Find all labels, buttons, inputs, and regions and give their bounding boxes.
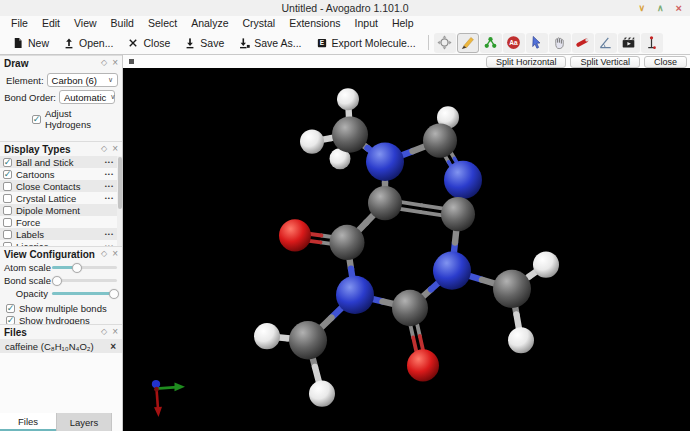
scrollbar-thumb[interactable] xyxy=(118,157,122,209)
float-panel-icon[interactable]: ◇ xyxy=(101,249,107,259)
slider-knob[interactable] xyxy=(52,276,62,286)
split-vertical-button[interactable]: Split Vertical xyxy=(570,56,640,68)
maximize-button[interactable]: ∧ xyxy=(657,0,664,16)
display-type-row[interactable]: Close Contacts••• xyxy=(0,180,122,192)
bond-centric-tool[interactable] xyxy=(572,33,594,53)
navigate-tool[interactable] xyxy=(434,33,456,53)
display-type-row[interactable]: ✓Ball and Stick••• xyxy=(0,156,122,168)
menu-extensions[interactable]: Extensions xyxy=(282,16,347,31)
slider-knob[interactable] xyxy=(109,289,119,299)
draw-tool[interactable] xyxy=(457,33,479,53)
display-type-row[interactable]: ✓Cartoons••• xyxy=(0,168,122,180)
atom-c[interactable] xyxy=(441,197,475,231)
atom-n[interactable] xyxy=(444,161,482,199)
atom-c[interactable] xyxy=(368,186,402,220)
checkbox[interactable] xyxy=(3,242,12,247)
display-type-row[interactable]: Crystal Lattice••• xyxy=(0,192,122,204)
close-panel-icon[interactable]: × xyxy=(112,58,118,68)
slider-knob[interactable] xyxy=(72,263,82,273)
close-panel-icon[interactable]: × xyxy=(112,144,118,154)
close-panel-icon[interactable]: × xyxy=(112,249,118,259)
slider-track[interactable] xyxy=(52,262,117,273)
menu-help[interactable]: Help xyxy=(385,16,421,31)
atom-h[interactable] xyxy=(337,88,359,110)
save-button[interactable]: Save xyxy=(177,35,231,51)
checkbox[interactable]: ✓ xyxy=(6,304,15,313)
remove-file-icon[interactable]: × xyxy=(110,341,116,352)
options-menu-icon[interactable]: ••• xyxy=(105,183,114,189)
options-menu-icon[interactable]: ••• xyxy=(105,243,114,246)
atom-o[interactable] xyxy=(407,349,439,381)
save-as-button[interactable]: Save As... xyxy=(231,35,308,51)
options-menu-icon[interactable]: ••• xyxy=(105,231,114,237)
view-config-checkbox[interactable]: ✓Show hydrogens xyxy=(6,314,122,324)
menu-file[interactable]: File xyxy=(4,16,35,31)
checkbox[interactable]: ✓ xyxy=(32,115,41,124)
animation-tool[interactable] xyxy=(618,33,640,53)
atom-h[interactable] xyxy=(309,381,335,407)
atom-c[interactable] xyxy=(392,290,428,326)
atom-o[interactable] xyxy=(279,219,311,251)
checkbox[interactable] xyxy=(3,230,12,239)
checkbox[interactable]: ✓ xyxy=(3,158,12,167)
tab-layers[interactable]: Layers xyxy=(56,413,112,431)
export-button[interactable]: EExport Molecule... xyxy=(309,35,423,51)
open-button[interactable]: Open... xyxy=(56,35,120,51)
float-panel-icon[interactable]: ◇ xyxy=(101,58,107,68)
title-bar[interactable]: Untitled - Avogadro 1.101.0 ∨∧× xyxy=(0,0,690,16)
align-tool[interactable] xyxy=(641,33,663,53)
menu-input[interactable]: Input xyxy=(348,16,385,31)
slider-track[interactable] xyxy=(52,275,117,286)
selection-tool[interactable] xyxy=(526,33,548,53)
manipulate-tool[interactable] xyxy=(549,33,571,53)
display-type-row[interactable]: Licorice••• xyxy=(0,240,122,246)
atom-n[interactable] xyxy=(366,143,404,181)
slider-track[interactable] xyxy=(52,288,117,299)
checkbox[interactable] xyxy=(3,218,12,227)
checkbox[interactable] xyxy=(3,182,12,191)
atom-h[interactable] xyxy=(254,323,280,349)
menu-edit[interactable]: Edit xyxy=(35,16,67,31)
view-config-checkbox[interactable]: ✓Show multiple bonds xyxy=(6,302,122,314)
float-panel-icon[interactable]: ◇ xyxy=(101,327,107,337)
split-horizontal-button[interactable]: Split Horizontal xyxy=(486,56,567,68)
atom-h[interactable] xyxy=(533,252,559,278)
menu-select[interactable]: Select xyxy=(141,16,184,31)
file-list-item[interactable]: caffeine (C₈H₁₀N₄O₂)× xyxy=(0,339,122,353)
atom-c[interactable] xyxy=(332,116,368,152)
render-canvas[interactable] xyxy=(123,68,690,431)
checkbox[interactable]: ✓ xyxy=(6,316,15,325)
close-panel-icon[interactable]: × xyxy=(112,327,118,337)
template-tool[interactable] xyxy=(480,33,502,53)
close-button[interactable]: × xyxy=(676,0,682,16)
display-type-row[interactable]: Labels••• xyxy=(0,228,122,240)
tab-files[interactable]: Files xyxy=(0,413,56,431)
atom-n[interactable] xyxy=(433,252,471,290)
atom-h[interactable] xyxy=(508,327,534,353)
label-tool[interactable]: Aa xyxy=(503,33,525,53)
minimize-button[interactable]: ∨ xyxy=(638,0,645,16)
measure-tool[interactable] xyxy=(595,33,617,53)
menu-analyze[interactable]: Analyze xyxy=(184,16,235,31)
options-menu-icon[interactable]: ••• xyxy=(105,195,114,201)
menu-crystal[interactable]: Crystal xyxy=(236,16,283,31)
scrollbar[interactable] xyxy=(117,156,122,246)
display-type-row[interactable]: Dipole Moment xyxy=(0,204,122,216)
checkbox[interactable]: ✓ xyxy=(3,170,12,179)
checkbox[interactable] xyxy=(3,206,12,215)
atom-c[interactable] xyxy=(423,123,457,157)
new-button[interactable]: New xyxy=(5,35,56,51)
menu-build[interactable]: Build xyxy=(104,16,141,31)
close-button[interactable]: Close xyxy=(644,56,687,68)
menu-view[interactable]: View xyxy=(67,16,104,31)
close-button[interactable]: Close xyxy=(120,35,177,51)
atom-h[interactable] xyxy=(300,130,324,154)
float-panel-icon[interactable]: ◇ xyxy=(101,144,107,154)
atom-c[interactable] xyxy=(289,321,327,359)
options-menu-icon[interactable]: ••• xyxy=(105,159,114,165)
element-select[interactable]: Carbon (6) ∨ xyxy=(47,73,118,87)
adjust-hydrogens-checkbox[interactable]: ✓Adjust Hydrogens xyxy=(32,108,118,130)
display-type-row[interactable]: Force xyxy=(0,216,122,228)
atom-n[interactable] xyxy=(336,276,374,314)
options-menu-icon[interactable]: ••• xyxy=(105,171,114,177)
